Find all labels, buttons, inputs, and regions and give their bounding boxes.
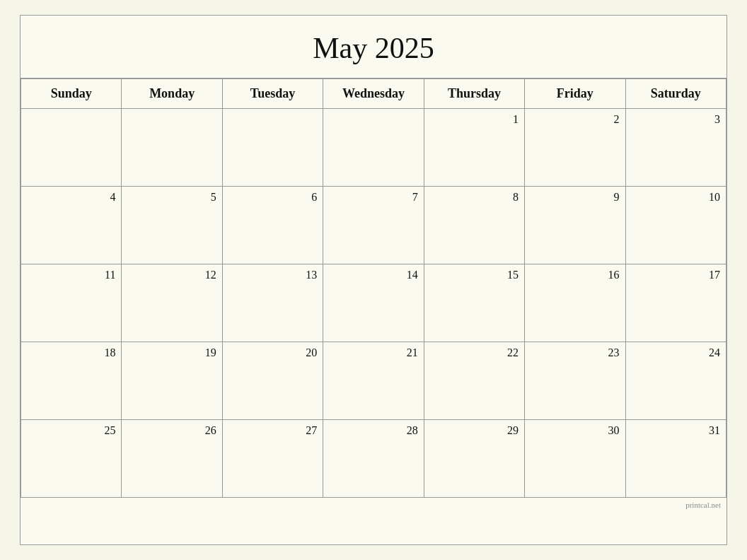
- calendar-cell[interactable]: [323, 109, 424, 187]
- day-number: 25: [21, 424, 115, 437]
- calendar-cell[interactable]: 4: [21, 187, 122, 264]
- calendar-cell[interactable]: 2: [525, 109, 625, 187]
- calendar-cell[interactable]: 17: [625, 264, 726, 342]
- day-number: 18: [21, 346, 115, 359]
- calendar-cell[interactable]: 15: [424, 264, 524, 342]
- week-row-5: 25262728293031: [21, 420, 726, 498]
- day-number: 4: [21, 191, 115, 204]
- day-header-friday: Friday: [525, 79, 625, 109]
- week-row-3: 11121314151617: [21, 264, 726, 342]
- calendar-title: May 2025: [21, 16, 726, 78]
- day-number: 31: [626, 424, 720, 437]
- calendar-cell[interactable]: 8: [424, 187, 524, 264]
- day-number: 21: [323, 346, 417, 359]
- day-number: 14: [323, 269, 417, 281]
- week-row-4: 18192021222324: [21, 342, 726, 420]
- calendar-cell[interactable]: 19: [122, 342, 222, 420]
- day-number: 6: [223, 191, 317, 204]
- day-header-sunday: Sunday: [21, 79, 122, 109]
- calendar-cell[interactable]: [122, 109, 222, 187]
- week-row-2: 45678910: [21, 187, 726, 264]
- calendar-cell[interactable]: 10: [625, 187, 726, 264]
- week-row-1: 123: [21, 109, 726, 187]
- day-number: 11: [21, 269, 115, 281]
- watermark: printcal.net: [21, 498, 726, 512]
- calendar-container: May 2025 SundayMondayTuesdayWednesdayThu…: [20, 15, 727, 545]
- calendar-cell[interactable]: 31: [625, 420, 726, 498]
- calendar-cell[interactable]: 22: [424, 342, 524, 420]
- calendar-cell[interactable]: [21, 109, 122, 187]
- day-number: 23: [525, 346, 619, 359]
- calendar-cell[interactable]: 16: [525, 264, 625, 342]
- calendar-cell[interactable]: 9: [525, 187, 625, 264]
- calendar-cell[interactable]: 14: [323, 264, 424, 342]
- days-header-row: SundayMondayTuesdayWednesdayThursdayFrid…: [21, 79, 726, 109]
- calendar-cell[interactable]: 21: [323, 342, 424, 420]
- day-number: 19: [122, 346, 216, 359]
- day-header-wednesday: Wednesday: [323, 79, 424, 109]
- day-header-saturday: Saturday: [625, 79, 726, 109]
- calendar-cell[interactable]: 25: [21, 420, 122, 498]
- calendar-cell[interactable]: 30: [525, 420, 625, 498]
- day-number: 24: [626, 346, 720, 359]
- calendar-cell[interactable]: 3: [625, 109, 726, 187]
- day-number: 7: [323, 191, 417, 204]
- day-number: 26: [122, 424, 216, 437]
- day-number: 12: [122, 269, 216, 281]
- day-header-thursday: Thursday: [424, 79, 524, 109]
- day-number: 5: [122, 191, 216, 204]
- calendar-cell[interactable]: 20: [222, 342, 323, 420]
- calendar-cell[interactable]: 24: [625, 342, 726, 420]
- day-number: 8: [424, 191, 519, 204]
- day-number: 3: [626, 113, 720, 126]
- day-number: 28: [323, 424, 417, 437]
- calendar-cell[interactable]: 11: [21, 264, 122, 342]
- day-number: 15: [424, 269, 519, 281]
- day-number: 30: [525, 424, 619, 437]
- calendar-cell[interactable]: [222, 109, 323, 187]
- calendar-cell[interactable]: 1: [424, 109, 524, 187]
- calendar-cell[interactable]: 29: [424, 420, 524, 498]
- calendar-cell[interactable]: 28: [323, 420, 424, 498]
- day-number: 29: [424, 424, 519, 437]
- day-number: 22: [424, 346, 519, 359]
- day-number: 16: [525, 269, 619, 281]
- day-number: 9: [525, 191, 619, 204]
- calendar-grid: SundayMondayTuesdayWednesdayThursdayFrid…: [21, 78, 726, 498]
- calendar-cell[interactable]: 12: [122, 264, 222, 342]
- day-header-tuesday: Tuesday: [222, 79, 323, 109]
- calendar-cell[interactable]: 7: [323, 187, 424, 264]
- day-number: 1: [424, 113, 519, 126]
- day-number: 27: [223, 424, 317, 437]
- calendar-cell[interactable]: 13: [222, 264, 323, 342]
- calendar-cell[interactable]: 26: [122, 420, 222, 498]
- day-number: 13: [223, 269, 317, 281]
- calendar-cell[interactable]: 27: [222, 420, 323, 498]
- day-number: 20: [223, 346, 317, 359]
- day-number: 10: [626, 191, 720, 204]
- day-number: 2: [525, 113, 619, 126]
- calendar-cell[interactable]: 6: [222, 187, 323, 264]
- day-number: 17: [626, 269, 720, 281]
- day-header-monday: Monday: [122, 79, 222, 109]
- calendar-cell[interactable]: 5: [122, 187, 222, 264]
- calendar-cell[interactable]: 18: [21, 342, 122, 420]
- calendar-cell[interactable]: 23: [525, 342, 625, 420]
